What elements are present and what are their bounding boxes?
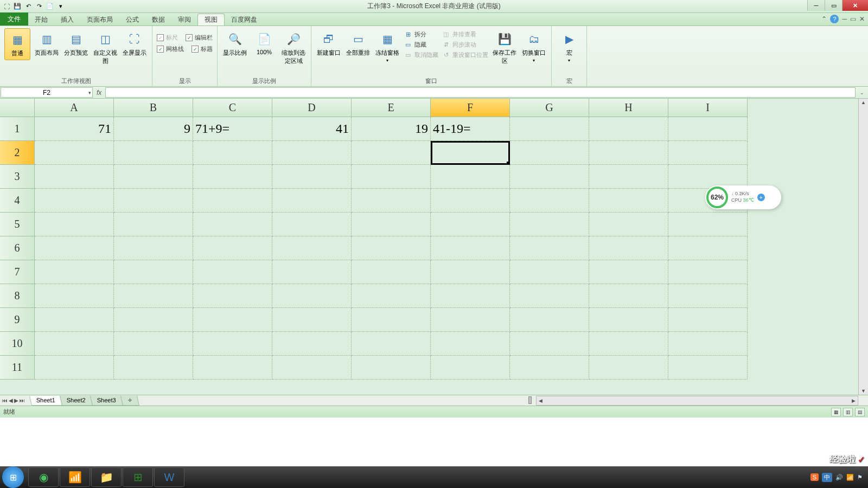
cell-A1[interactable]: 71: [35, 117, 114, 141]
cell[interactable]: [352, 260, 431, 284]
cell[interactable]: [193, 308, 272, 332]
name-box-dropdown-icon[interactable]: ▾: [88, 90, 91, 95]
col-header-C[interactable]: C: [193, 99, 272, 117]
new-window-button[interactable]: 🗗新建窗口: [316, 28, 342, 59]
tab-view[interactable]: 视图: [197, 14, 225, 25]
cell[interactable]: [510, 213, 589, 236]
cell[interactable]: [272, 141, 352, 165]
tab-formulas[interactable]: 公式: [119, 14, 145, 25]
cell[interactable]: [510, 332, 589, 356]
taskbar-app-2[interactable]: 📶: [60, 467, 90, 487]
cell-G1[interactable]: [510, 117, 589, 141]
cell[interactable]: [272, 284, 352, 308]
cell[interactable]: [668, 356, 748, 380]
cell-H1[interactable]: [589, 117, 668, 141]
cell[interactable]: [431, 308, 510, 332]
cell[interactable]: [589, 260, 668, 284]
taskbar-word[interactable]: W: [154, 467, 184, 487]
cell[interactable]: [114, 236, 193, 260]
col-header-E[interactable]: E: [352, 99, 431, 117]
cell[interactable]: [589, 308, 668, 332]
cell[interactable]: [272, 260, 352, 284]
cell[interactable]: [431, 213, 510, 236]
hide-button[interactable]: ▭隐藏: [404, 40, 438, 49]
cell[interactable]: [510, 236, 589, 260]
cell[interactable]: [114, 332, 193, 356]
page-break-status-icon[interactable]: ▤: [855, 408, 865, 416]
maximize-button[interactable]: ▭: [825, 0, 842, 11]
horizontal-scrollbar[interactable]: ◀▶: [536, 396, 858, 406]
system-tray[interactable]: S 中 🔊 📶 ⚑: [810, 473, 866, 482]
sheet-tab-splitter[interactable]: [528, 396, 532, 404]
tray-speaker-icon[interactable]: 🔊: [835, 474, 843, 481]
minimize-button[interactable]: ─: [807, 0, 825, 11]
cell[interactable]: [272, 189, 352, 213]
sogou-ime-icon[interactable]: S: [810, 473, 819, 481]
doc-restore-icon[interactable]: ▭: [850, 15, 856, 23]
col-header-D[interactable]: D: [272, 99, 352, 117]
performance-expand-icon[interactable]: +: [757, 194, 765, 201]
tab-baidu[interactable]: 百度网盘: [225, 14, 264, 25]
fullscreen-button[interactable]: ⛶全屏显示: [122, 28, 148, 59]
sheet-next-icon[interactable]: ▶: [14, 397, 18, 403]
close-button[interactable]: ✕: [842, 0, 868, 11]
cell[interactable]: [589, 356, 668, 380]
cell[interactable]: [668, 332, 748, 356]
sheet-first-icon[interactable]: ⏮: [2, 397, 8, 403]
cell[interactable]: [668, 284, 748, 308]
cell[interactable]: [431, 284, 510, 308]
cell[interactable]: [193, 165, 272, 189]
tab-page-layout[interactable]: 页面布局: [80, 14, 119, 25]
cell[interactable]: [668, 236, 748, 260]
cell[interactable]: [35, 189, 114, 213]
cell[interactable]: [431, 165, 510, 189]
vertical-scrollbar[interactable]: [858, 99, 868, 395]
fx-icon[interactable]: fx: [97, 89, 101, 97]
formula-bar-expand-icon[interactable]: ⌄: [856, 87, 868, 98]
cell[interactable]: [431, 260, 510, 284]
cell[interactable]: [193, 236, 272, 260]
sheet-nav-buttons[interactable]: ⏮ ◀ ▶ ⏭: [0, 397, 27, 403]
col-header-H[interactable]: H: [589, 99, 668, 117]
cell-E1[interactable]: 19: [352, 117, 431, 141]
cell[interactable]: [431, 356, 510, 380]
tab-home[interactable]: 开始: [28, 14, 54, 25]
cell[interactable]: [510, 260, 589, 284]
taskbar-app-1[interactable]: ◉: [28, 467, 59, 487]
formula-bar-checkbox[interactable]: ✓编辑栏: [186, 33, 213, 43]
gridlines-checkbox[interactable]: ✓网格线: [157, 44, 184, 54]
row-header-8[interactable]: 8: [0, 284, 35, 308]
row-header-4[interactable]: 4: [0, 189, 35, 213]
sheet-last-icon[interactable]: ⏭: [20, 397, 25, 403]
switch-windows-button[interactable]: 🗂切换窗口▾: [521, 28, 547, 65]
cell-C1[interactable]: 71+9=: [193, 117, 272, 141]
cell[interactable]: [35, 141, 114, 165]
sheet-tab-1[interactable]: Sheet1: [29, 396, 62, 406]
help-icon[interactable]: ?: [830, 15, 839, 23]
cell-F2[interactable]: [431, 141, 510, 165]
col-header-F[interactable]: F: [431, 99, 510, 117]
doc-close-icon[interactable]: ✕: [859, 15, 865, 23]
cell[interactable]: [352, 165, 431, 189]
formula-input[interactable]: [105, 87, 856, 98]
cell[interactable]: [272, 213, 352, 236]
cell[interactable]: [510, 189, 589, 213]
save-icon[interactable]: 💾: [13, 2, 22, 11]
cell-D1[interactable]: 41: [272, 117, 352, 141]
cell[interactable]: [510, 141, 589, 165]
ime-icon[interactable]: 中: [822, 473, 832, 482]
col-header-B[interactable]: B: [114, 99, 193, 117]
cell[interactable]: [272, 332, 352, 356]
macros-button[interactable]: ▶宏▾: [556, 28, 582, 65]
cell[interactable]: [431, 332, 510, 356]
cell[interactable]: [272, 236, 352, 260]
cell[interactable]: [114, 213, 193, 236]
cell[interactable]: [352, 308, 431, 332]
cell[interactable]: [668, 141, 748, 165]
cell[interactable]: [193, 213, 272, 236]
cell[interactable]: [35, 236, 114, 260]
sheet-insert-button[interactable]: ✧: [120, 396, 139, 406]
doc-minimize-icon[interactable]: ─: [842, 15, 847, 23]
page-layout-status-icon[interactable]: ▥: [843, 408, 853, 416]
tab-insert[interactable]: 插入: [54, 14, 80, 25]
